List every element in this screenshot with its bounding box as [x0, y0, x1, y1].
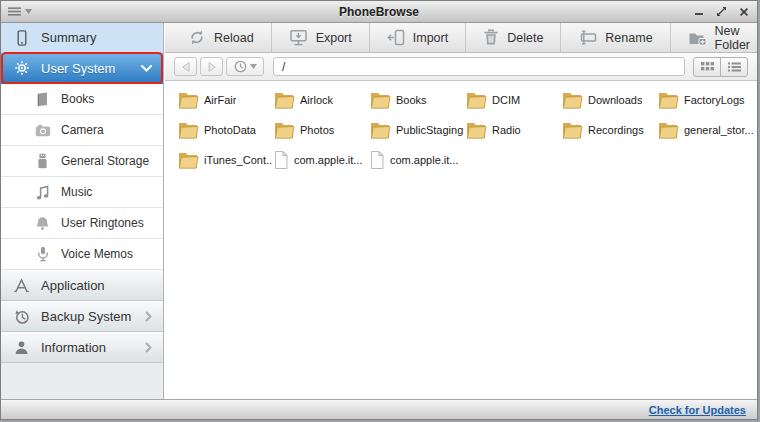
folder-icon	[561, 121, 583, 140]
file-name: Downloads	[588, 94, 642, 106]
close-button[interactable]	[740, 8, 748, 16]
sidebar-item-music[interactable]: Music	[1, 177, 163, 208]
gear-icon	[13, 60, 30, 76]
list-view-button[interactable]	[720, 57, 748, 77]
bell-icon	[34, 216, 51, 231]
file-item[interactable]: iTunes_Cont...	[177, 145, 273, 175]
app-store-icon	[13, 278, 30, 293]
toolbar-button-label: New Folder	[715, 24, 750, 52]
sidebar-item-books[interactable]: Books	[1, 84, 163, 115]
sidebar-item-label: User System	[41, 61, 115, 76]
sidebar-item-label: General Storage	[61, 154, 149, 168]
path-input[interactable]: /	[273, 57, 685, 76]
back-button[interactable]	[174, 57, 197, 76]
microphone-icon	[34, 246, 51, 262]
sidebar-item-backup-system[interactable]: Backup System	[1, 301, 163, 332]
file-name: DCIM	[492, 94, 520, 106]
folder-icon	[273, 91, 295, 110]
toolbar-button-label: Export	[316, 31, 352, 45]
import-button[interactable]: Import	[370, 23, 466, 52]
delete-button[interactable]: Delete	[466, 23, 561, 52]
file-item[interactable]: Airlock	[273, 85, 369, 115]
sidebar-item-camera[interactable]: Camera	[1, 115, 163, 146]
sidebar-item-label: Camera	[61, 123, 104, 137]
sidebar-item-label: Summary	[41, 30, 97, 45]
sidebar-item-label: Information	[41, 340, 106, 355]
rename-button[interactable]: Rename	[561, 23, 670, 52]
file-item[interactable]: Radio	[465, 115, 561, 145]
file-name: Books	[396, 94, 427, 106]
history-button[interactable]	[226, 57, 264, 76]
chevron-right-icon	[145, 342, 152, 353]
rename-icon	[578, 30, 597, 45]
file-item[interactable]: general_stor...	[657, 115, 753, 145]
sidebar-filler	[1, 363, 163, 399]
folder-icon	[177, 151, 199, 170]
history-caret-icon	[250, 64, 257, 69]
chevron-right-icon	[145, 311, 152, 322]
file-item[interactable]: PublicStaging	[369, 115, 465, 145]
file-item[interactable]: Downloads	[561, 85, 657, 115]
file-name: com.apple.it...	[294, 154, 362, 166]
file-name: iTunes_Cont...	[204, 154, 273, 166]
file-name: AirFair	[204, 94, 236, 106]
reload-button[interactable]: Reload	[171, 23, 272, 52]
file-item[interactable]: PhotoData	[177, 115, 273, 145]
folder-icon	[177, 91, 199, 110]
grid-view-button[interactable]	[693, 57, 721, 77]
toolbar-button-label: Reload	[214, 31, 254, 45]
file-item[interactable]: DCIM	[465, 85, 561, 115]
file-name: PhotoData	[204, 124, 256, 136]
new-folder-icon	[688, 30, 707, 46]
main-panel: Reload Export Import Delete	[165, 23, 757, 399]
minimize-button[interactable]	[695, 7, 703, 16]
sidebar-item-information[interactable]: Information	[1, 332, 163, 363]
sidebar-item-label: Backup System	[41, 309, 131, 324]
sidebar-item-label: User Ringtones	[61, 216, 144, 230]
file-name: com.apple.it...	[390, 154, 458, 166]
usb-drive-icon	[34, 153, 51, 169]
sidebar-item-application[interactable]: Application	[1, 270, 163, 301]
history-clock-icon	[13, 309, 30, 325]
reload-icon	[188, 29, 206, 46]
history-clock-icon	[234, 60, 247, 73]
toolbar-button-label: Rename	[605, 31, 652, 45]
file-item[interactable]: Books	[369, 85, 465, 115]
sidebar-item-user-system[interactable]: User System	[1, 53, 163, 84]
folder-icon	[465, 91, 487, 110]
forward-button[interactable]	[200, 57, 223, 76]
view-toggle	[693, 57, 748, 77]
file-name: Radio	[492, 124, 521, 136]
file-item[interactable]: AirFair	[177, 85, 273, 115]
export-button[interactable]: Export	[272, 23, 370, 52]
file-item[interactable]: FactoryLogs	[657, 85, 753, 115]
file-item[interactable]: Recordings	[561, 115, 657, 145]
check-for-updates-link[interactable]: Check for Updates	[649, 404, 746, 416]
phone-icon	[13, 30, 30, 46]
book-icon	[34, 92, 51, 107]
file-name: FactoryLogs	[684, 94, 745, 106]
file-item[interactable]: com.apple.it...	[273, 145, 369, 175]
file-item[interactable]: com.apple.it...	[369, 145, 465, 175]
sidebar-item-label: Application	[41, 278, 105, 293]
sidebar-item-voice-memos[interactable]: Voice Memos	[1, 239, 163, 270]
sidebar-item-general-storage[interactable]: General Storage	[1, 146, 163, 177]
toolbar-button-label: Delete	[507, 31, 543, 45]
sidebar-item-summary[interactable]: Summary	[1, 23, 163, 53]
folder-icon	[369, 121, 391, 140]
export-icon	[289, 29, 308, 46]
sidebar: Summary User System Books Camera	[1, 23, 164, 399]
toolbar: Reload Export Import Delete	[165, 23, 757, 53]
sidebar-item-user-ringtones[interactable]: User Ringtones	[1, 208, 163, 239]
folder-icon	[369, 91, 391, 110]
file-icon	[369, 150, 385, 170]
folder-icon	[273, 121, 295, 140]
restore-button[interactable]	[717, 7, 726, 16]
chevron-down-icon	[141, 65, 152, 72]
file-name: general_stor...	[684, 124, 753, 136]
import-icon	[387, 29, 405, 46]
title-bar: PhoneBrowse	[1, 1, 757, 23]
file-item[interactable]: Photos	[273, 115, 369, 145]
app-window: PhoneBrowse Summary User System	[0, 0, 758, 420]
new-folder-button[interactable]: New Folder	[671, 23, 760, 52]
